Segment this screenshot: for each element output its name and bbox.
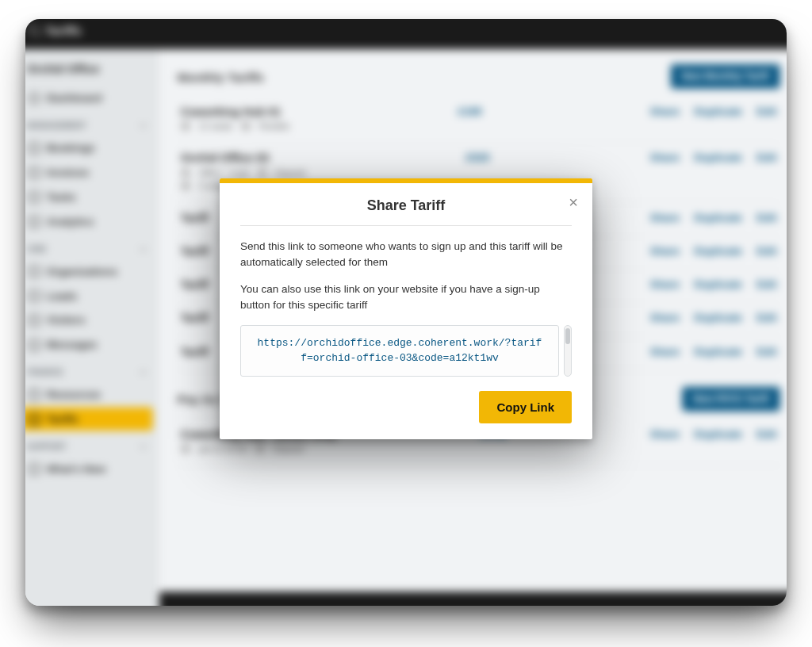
share-link-field[interactable]: https://orchidoffice.edge.coherent.work/… <box>240 325 572 377</box>
share-link-text: https://orchidoffice.edge.coherent.work/… <box>240 325 559 377</box>
close-icon: × <box>569 193 578 211</box>
modal-description-2: You can also use this link on your websi… <box>240 281 572 314</box>
modal-overlay[interactable]: × Share Tariff Send this link to someone… <box>25 19 787 606</box>
modal-description-1: Send this link to someone who wants to s… <box>240 239 572 271</box>
divider <box>240 225 572 226</box>
copy-link-button[interactable]: Copy Link <box>479 391 572 423</box>
share-tariff-modal: × Share Tariff Send this link to someone… <box>220 178 592 439</box>
app-window: Tariffs Orchid Office Dashboard MANAGEME… <box>25 19 787 606</box>
close-button[interactable]: × <box>565 191 581 213</box>
scrollbar[interactable] <box>564 325 572 377</box>
modal-title: Share Tariff <box>240 196 572 225</box>
